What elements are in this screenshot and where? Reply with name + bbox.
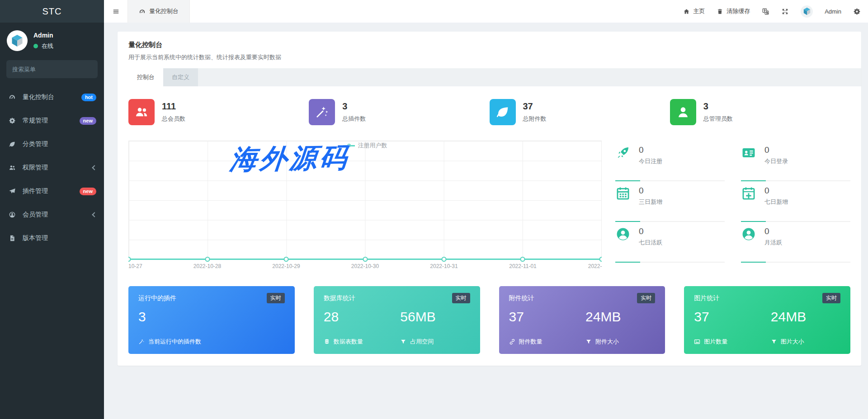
data-point: [599, 257, 602, 262]
rt-text: 0 今日登录: [764, 145, 788, 165]
stat-value: 37: [523, 101, 547, 112]
rt-label: 七日活跃: [639, 239, 662, 247]
sidebar-item-permissions[interactable]: 权限管理: [0, 156, 104, 179]
sidebar-item-versions[interactable]: 版本管理: [0, 226, 104, 250]
stat-text: 37 总附件数: [523, 101, 547, 123]
legend-label: 注册用户数: [358, 141, 387, 150]
card-foot-label: 占用空间: [410, 338, 434, 346]
fullscreen-icon: [781, 8, 789, 15]
trash-icon: [717, 8, 723, 15]
card-database-stats: 数据库统计 实时 28 56MB 数据表数量: [314, 286, 480, 354]
card-foot-label: 附件数量: [519, 338, 542, 346]
sidebar-item-dashboard[interactable]: 量化控制台 hot: [0, 85, 104, 109]
clear-cache-label: 清除缓存: [726, 7, 750, 15]
rt-value: 0: [639, 226, 662, 236]
calendar-plus-icon: [741, 186, 757, 201]
tab-dashboard[interactable]: 量化控制台: [127, 0, 190, 23]
data-point: [283, 257, 288, 262]
card-foot: 当前运行中的插件数: [138, 338, 215, 346]
card-image-stats: 图片统计 实时 37 24MB 图片数量: [684, 286, 850, 354]
topbar-username[interactable]: Admin: [825, 8, 841, 15]
topbar-right: 主页 清除缓存 Admin: [683, 5, 868, 18]
rt-3day-new: 0 三日新增: [615, 181, 725, 222]
rt-value: 0: [764, 226, 782, 236]
app-logo[interactable]: STC: [0, 0, 104, 23]
chart-legend[interactable]: 注册用户数: [343, 141, 387, 150]
search-input[interactable]: [12, 66, 92, 73]
registered-users-chart: 注册用户数 海外源码 10-27 2022-10-28 2022-10: [128, 141, 602, 273]
x-tick: 10-27: [128, 263, 142, 269]
user-status-label: 在线: [42, 42, 53, 50]
stat-total-plugins: 3 总插件数: [309, 99, 489, 125]
rt-label: 今日登录: [764, 157, 788, 165]
sidebar-item-members[interactable]: 会员管理: [0, 203, 104, 226]
tab-custom[interactable]: 自定义: [163, 68, 198, 86]
sidebar-item-label: 版本管理: [23, 234, 48, 242]
hot-badge: hot: [81, 94, 96, 101]
id-card-icon: [741, 145, 757, 160]
user-info: Admin 在线: [33, 32, 53, 50]
users-icon: [8, 164, 17, 171]
rt-label: 今日注册: [639, 157, 662, 165]
home-button[interactable]: 主页: [683, 7, 705, 15]
card-foot: 附件数量: [509, 338, 586, 346]
panel-heading: 量化控制台 用于展示当前系统中的统计数据、统计报表及重要实时数据: [118, 32, 861, 61]
main-area: 量化控制台 主页 清除缓存 Admin: [104, 0, 868, 419]
rt-value: 0: [764, 145, 788, 155]
new-badge: new: [80, 117, 96, 125]
rt-text: 0 今日注册: [639, 145, 662, 165]
image-icon: [694, 339, 700, 345]
dash-row: 注册用户数 海外源码 10-27 2022-10-28 2022-10: [128, 141, 850, 273]
stat-total-admins: 3 总管理员数: [670, 99, 850, 125]
settings-button[interactable]: [853, 8, 861, 15]
sidebar-item-label: 会员管理: [23, 211, 48, 219]
user-panel: Admin 在线: [0, 23, 104, 56]
data-point: [128, 257, 131, 262]
avatar[interactable]: [7, 30, 28, 51]
card-foot: 数据表数量: [324, 338, 401, 346]
rt-text: 0 七日活跃: [639, 226, 662, 247]
funnel-icon: [771, 339, 777, 345]
sidebar-item-general[interactable]: 常规管理 new: [0, 109, 104, 132]
stat-text: 3 总插件数: [342, 101, 366, 123]
gears-icon: [853, 8, 861, 15]
sidebar-toggle-button[interactable]: [104, 0, 127, 23]
rt-label: 月活跃: [764, 239, 782, 247]
stat-label: 总附件数: [523, 115, 547, 123]
leaf-icon: [8, 141, 17, 148]
new-badge: new: [80, 188, 96, 195]
topbar-avatar[interactable]: [801, 5, 813, 18]
sidebar-item-plugins[interactable]: 插件管理 new: [0, 179, 104, 203]
card-title: 数据库统计: [324, 294, 355, 302]
funnel-icon: [400, 339, 406, 345]
user-name: Admin: [33, 32, 53, 39]
rt-label: 七日新增: [764, 198, 788, 206]
card-title: 附件统计: [509, 294, 534, 302]
data-point: [205, 257, 210, 262]
card-foot2: 图片大小: [771, 338, 840, 346]
stats-row: 111 总会员数 3 总插件数: [128, 99, 850, 125]
fullscreen-button[interactable]: [781, 8, 789, 15]
tab-console[interactable]: 控制台: [128, 68, 163, 86]
legend-line-marker-icon: [343, 145, 355, 146]
stat-value: 111: [162, 101, 185, 112]
language-button[interactable]: [762, 8, 769, 15]
database-icon: [324, 339, 330, 345]
clear-cache-button[interactable]: 清除缓存: [717, 7, 750, 15]
leaf-icon: [490, 99, 516, 125]
stat-label: 总插件数: [342, 115, 366, 123]
card-title: 图片统计: [694, 294, 719, 302]
stat-text: 3 总管理员数: [703, 101, 733, 123]
sidebar-item-category[interactable]: 分类管理: [0, 132, 104, 156]
file-icon: [8, 235, 17, 242]
page-subtitle: 用于展示当前系统中的统计数据、统计报表及重要实时数据: [128, 53, 850, 61]
card-running-plugins: 运行中的插件 实时 3 当前运行中的插件数: [128, 286, 295, 354]
x-tick: 2022-10-30: [351, 263, 379, 269]
stat-label: 总会员数: [162, 115, 185, 123]
rt-text: 0 月活跃: [764, 226, 782, 247]
card-value: 3: [138, 309, 215, 325]
card-foot-label: 图片数量: [704, 338, 727, 346]
sidebar-item-label: 量化控制台: [23, 93, 54, 101]
card-value: 37: [509, 309, 586, 325]
card-foot-label: 数据表数量: [334, 338, 363, 346]
